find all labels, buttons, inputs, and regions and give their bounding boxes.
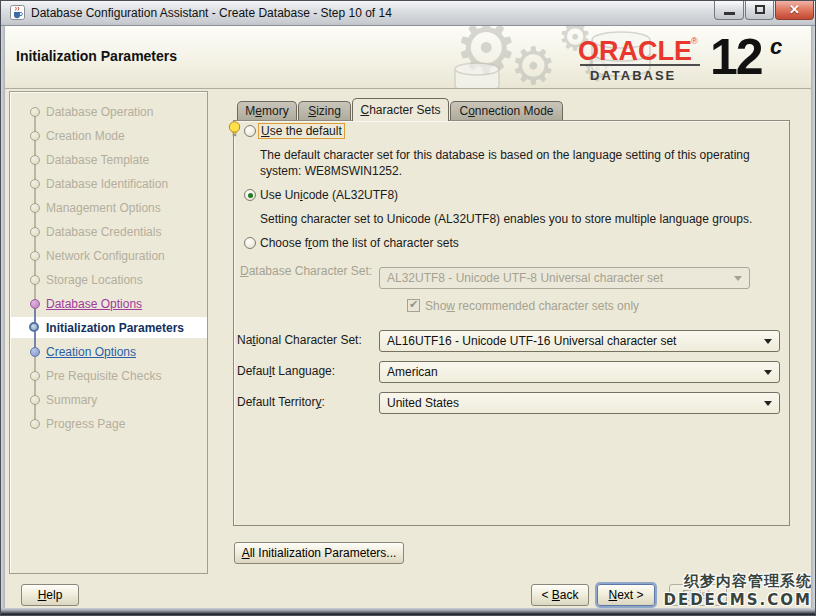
chevron-down-icon [764,401,772,406]
step-creation-mode: Creation Mode [10,126,207,146]
step-initialization-parameters: Initialization Parameters [10,318,207,338]
checkmark-icon: ✔ [409,298,418,311]
back-button[interactable]: < Back [531,584,589,606]
watermark-line2: DEDECMS.COM [663,591,812,609]
title-bar[interactable]: Database Configuration Assistant - Creat… [1,1,816,26]
step-label: Pre Requisite Checks [46,369,161,383]
step-label: Database Operation [46,105,153,119]
window-border-right [811,26,815,615]
version-c-text: c [770,34,782,60]
help-button[interactable]: Help [21,584,79,606]
all-initialization-parameters-button[interactable]: All Initialization Parameters... [234,542,404,564]
radio-use-default-label[interactable]: Use the default [258,123,345,139]
step-database-options[interactable]: Database Options [10,294,207,314]
step-management-options: Management Options [10,198,207,218]
step-link[interactable]: Database Options [46,297,142,311]
close-button[interactable]: ✕ [775,1,814,20]
step-pre-requisite-checks: Pre Requisite Checks [10,366,207,386]
step-marker [30,203,40,213]
step-marker [30,299,40,309]
chevron-down-icon [764,370,772,375]
gear-icon: ⚙ [510,40,557,89]
chevron-down-icon [764,339,772,344]
step-marker [29,322,39,332]
version-12-text: 12 [710,28,762,86]
step-marker [30,419,40,429]
step-marker [30,227,40,237]
minimize-button[interactable] [714,1,744,20]
maximize-icon [755,5,765,14]
maximize-button[interactable] [745,1,774,20]
hint-lightbulb-icon [228,121,241,143]
national-character-set-select[interactable]: AL16UTF16 - Unicode UTF-16 Universal cha… [379,330,780,352]
minimize-icon [724,12,735,15]
close-icon: ✕ [776,2,813,17]
database-character-set-value: AL32UTF8 - Unicode UTF-8 Universal chara… [387,271,663,285]
step-database-credentials: Database Credentials [10,222,207,242]
logo-rule [580,64,700,66]
window-title: Database Configuration Assistant - Creat… [31,6,392,20]
watermark-line1: 织梦内容管理系统 [663,572,812,591]
radio-choose-list-label[interactable]: Choose from the list of character sets [260,236,459,250]
radio-use-default[interactable] [244,125,256,137]
step-label: Storage Locations [46,273,143,287]
national-character-set-label: National Character Set: [237,333,362,347]
step-progress-page: Progress Page [10,414,207,434]
dbca-window: Database Configuration Assistant - Creat… [0,0,816,616]
tab-memory[interactable]: Memory [237,101,297,121]
step-marker [30,275,40,285]
database-character-set-select: AL32UTF8 - Unicode UTF-8 Universal chara… [379,267,750,289]
step-marker [30,155,40,165]
dedecms-watermark: 织梦内容管理系统 DEDECMS.COM [663,572,812,609]
step-label: Summary [46,393,97,407]
step-marker [30,371,40,381]
default-territory-label: Default Territory: [237,395,325,409]
step-database-identification: Database Identification [10,174,207,194]
default-language-select[interactable]: American [379,361,780,383]
oracle-database-12c-logo: ORACLE ® DATABASE 12 c [578,34,788,86]
chevron-down-icon [734,276,742,281]
wizard-header: ⚙ ⚙ ⚙ ⚙ Initialization Parameters ORACLE… [2,26,816,89]
step-link[interactable]: Creation Options [46,345,136,359]
step-database-template: Database Template [10,150,207,170]
step-label: Management Options [46,201,161,215]
step-marker [30,251,40,261]
use-default-description: The default character set for this datab… [260,147,765,179]
show-recommended-checkbox: ✔ [407,299,420,312]
show-recommended-label: Show recommended character sets only [425,299,639,313]
step-label: Database Template [46,153,149,167]
character-sets-panel [233,120,790,526]
step-database-operation: Database Operation [10,102,207,122]
database-cylinder-icon [452,60,502,89]
step-marker [30,395,40,405]
default-territory-select[interactable]: United States [379,392,780,414]
step-label: Initialization Parameters [46,321,184,335]
window-border-left [1,26,5,615]
radio-choose-list[interactable] [244,237,256,249]
tab-sizing[interactable]: Sizing [298,101,351,121]
step-storage-locations: Storage Locations [10,270,207,290]
step-label: Database Identification [46,177,168,191]
database-character-set-label: Database Character Set: [240,264,372,278]
window-border-bottom [1,608,815,615]
default-language-value: American [387,365,438,379]
tab-character-sets[interactable]: Character Sets [352,98,449,121]
use-unicode-description: Setting character set to Unicode (AL32UT… [260,211,780,227]
step-marker [30,347,40,357]
wizard-steps-sidebar: Database Operation Creation Mode Databas… [9,91,208,574]
step-label: Progress Page [46,417,125,431]
java-icon [10,5,25,24]
oracle-brand-text: ORACLE [578,36,692,67]
tab-connection-mode[interactable]: Connection Mode [450,101,563,121]
step-label: Creation Mode [46,129,125,143]
step-label: Network Configuration [46,249,165,263]
step-marker [30,179,40,189]
radio-use-unicode[interactable] [244,189,256,201]
step-creation-options[interactable]: Creation Options [10,342,207,362]
page-title: Initialization Parameters [16,48,177,64]
step-marker [30,131,40,141]
oracle-product-text: DATABASE [590,68,676,83]
radio-use-unicode-label[interactable]: Use Unicode (AL32UTF8) [260,188,398,202]
default-territory-value: United States [387,396,459,410]
next-button[interactable]: Next > [597,584,655,606]
